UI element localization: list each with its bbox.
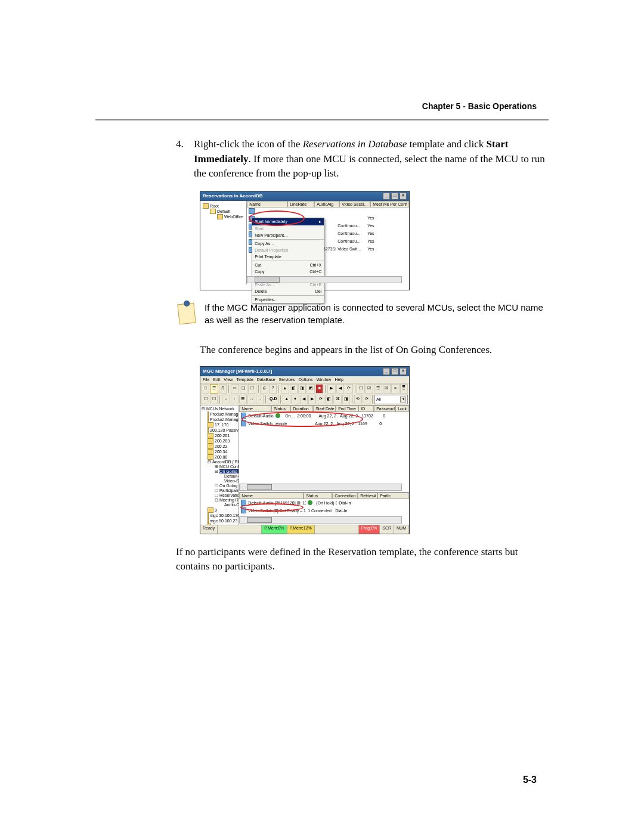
tool-e[interactable]: ▶	[327, 384, 335, 394]
tool-b[interactable]: ◧	[290, 384, 298, 394]
tool2-p[interactable]: ⟲	[354, 395, 362, 404]
tree-root[interactable]: Root	[203, 203, 244, 209]
table-row[interactable]: Default-Audio On… 2:00:00 Aug 22, 2… Aug…	[239, 412, 409, 420]
tree-folder[interactable]: 17..170	[208, 422, 237, 428]
horizontal-scrollbar[interactable]	[239, 516, 402, 524]
col-partic[interactable]: Partic	[377, 493, 409, 499]
tool2-j[interactable]: ◀	[300, 395, 308, 404]
tree-audio-only[interactable]: Audio-Only	[222, 503, 237, 507]
menu-file[interactable]: File	[203, 377, 209, 382]
tree-folder[interactable]: mgc 50.100.8	[208, 524, 237, 525]
tree-folder[interactable]: 200.201	[208, 433, 237, 438]
filter-select[interactable]: All▾	[374, 395, 408, 404]
tool2-q[interactable]: ⟳	[363, 395, 370, 404]
menu-help[interactable]: Help	[335, 377, 343, 382]
col-name[interactable]: Name	[239, 405, 271, 412]
table-row[interactable]: Video-Switch empty Aug 22, 2… Aug 22, 2……	[239, 420, 409, 428]
tree-mcu-config[interactable]: ⊞MCU Configuration	[215, 465, 237, 469]
tool2-d[interactable]: ↑	[231, 395, 239, 404]
tool2-o[interactable]: ◨	[342, 395, 350, 404]
col-duration[interactable]: Duration	[290, 405, 313, 412]
minimize-button[interactable]: _	[383, 368, 390, 375]
tree-folder[interactable]: 200.203	[208, 438, 237, 444]
tree-root[interactable]: ⊟MCUs Network	[202, 407, 237, 411]
table-row[interactable]: Video-Switch [0] Set Ready – 1169 1 Conn…	[239, 507, 409, 515]
tool-h[interactable]: ☐	[357, 384, 364, 394]
menu-print-template[interactable]: Print Template	[252, 253, 324, 260]
tool-stop[interactable]: ■	[315, 384, 323, 394]
tool2-g[interactable]: ∵	[256, 395, 264, 404]
menu-cut[interactable]: CutCtrl+X	[252, 262, 324, 268]
col-startd[interactable]: Start Date	[313, 405, 336, 412]
tree-pqueue[interactable]: ☐Participant Queue(0)	[215, 488, 237, 493]
tree-ongoing[interactable]: ⊟On Going Conferences(2)	[215, 469, 237, 474]
tool2-n[interactable]: ⌘	[333, 395, 341, 404]
tool-save[interactable]: S	[219, 384, 227, 394]
menu-start-immediately[interactable]: Start Immediately▸	[252, 218, 324, 225]
tree-folder[interactable]: 200.80	[208, 454, 237, 460]
horizontal-scrollbar[interactable]	[239, 484, 402, 491]
fig2-tree[interactable]: ⊟MCUs Network Product Management Product…	[200, 405, 239, 525]
tree-folder[interactable]: Product Management	[208, 411, 237, 417]
tool-i[interactable]: ☑	[366, 384, 373, 394]
grid-row-dots[interactable]: ..	[247, 208, 409, 215]
tool-d[interactable]: ◩	[306, 384, 314, 394]
col-retries[interactable]: Retries#	[358, 493, 377, 499]
tree-folder[interactable]: 9	[208, 507, 237, 513]
tool2-a[interactable]: ☐	[202, 395, 209, 404]
tool-l[interactable]: ≡	[391, 384, 399, 394]
menu-new-participant[interactable]: New Participant…	[252, 232, 324, 239]
tool2-b[interactable]: ☐	[210, 395, 218, 404]
menu-copy-as[interactable]: Copy As…	[252, 240, 324, 247]
tool-help[interactable]: ?	[269, 384, 277, 394]
tree-gateway[interactable]: ☐On Going Gateway Sessions(0)	[215, 484, 237, 488]
tool2-e[interactable]: ☰	[239, 395, 247, 404]
fig1-tree[interactable]: Root Default WebOffice	[200, 201, 247, 284]
tool-j[interactable]: ☰	[374, 384, 382, 394]
menu-options[interactable]: Options	[298, 377, 312, 382]
menu-database[interactable]: DataBase	[257, 377, 275, 382]
col-connection[interactable]: Connection	[332, 493, 358, 499]
scroll-thumb[interactable]	[247, 484, 272, 490]
tool-a[interactable]: ▲	[281, 384, 289, 394]
scroll-thumb[interactable]	[255, 277, 280, 283]
tree-folder[interactable]: Product Management20	[208, 417, 237, 422]
tool-g[interactable]: ⟳	[345, 384, 352, 394]
menu-window[interactable]: Window	[317, 377, 332, 382]
tool-k[interactable]: ☒	[383, 384, 391, 394]
col-status[interactable]: Status	[304, 493, 332, 499]
maximize-button[interactable]: □	[391, 368, 398, 375]
menu-delete[interactable]: DeleteDel	[252, 288, 324, 295]
tree-reservations[interactable]: ☐Reservations(0)	[215, 493, 237, 498]
tool-m[interactable]: ≣	[400, 384, 408, 394]
col-videoses[interactable]: Video Sessi…	[339, 201, 370, 208]
tool2-i[interactable]: ▼	[291, 395, 299, 404]
tool-c[interactable]: ◨	[298, 384, 306, 394]
menu-edit[interactable]: Edit	[213, 377, 220, 382]
tree-folder[interactable]: mgc 50.100.23	[208, 518, 237, 524]
col-endtime[interactable]: End Time	[336, 405, 358, 412]
col-audioalg[interactable]: AudioAlg	[314, 201, 339, 208]
table-row[interactable]: Default-Audio [25169120] [0: 13702] (On …	[239, 499, 409, 507]
col-name[interactable]: Name	[247, 201, 287, 208]
tree-default[interactable]: Default	[210, 209, 244, 214]
tool2-k[interactable]: ▶	[308, 395, 316, 404]
col-name[interactable]: Name	[239, 493, 304, 499]
col-linerate[interactable]: LineRate	[287, 201, 314, 208]
menu-copy[interactable]: CopyCtrl+C	[252, 268, 324, 275]
tool-open[interactable]: ☰	[210, 384, 218, 394]
tool2-h[interactable]: ▲	[283, 395, 290, 404]
tool-new[interactable]: □	[202, 384, 209, 394]
tree-conf-video[interactable]: Video-Switch	[222, 479, 237, 484]
menu-properties[interactable]: Properties…	[252, 296, 324, 303]
tool2-m[interactable]: ◧	[325, 395, 333, 404]
tree-weboffice[interactable]: WebOffice	[217, 214, 244, 219]
tool-cut[interactable]: ✂	[231, 384, 239, 394]
tree-conf-audio[interactable]: Default-Audio	[222, 474, 237, 479]
tree-mcu[interactable]: ⊟AccordDB ( RENANA)	[208, 460, 237, 465]
close-button[interactable]: ×	[400, 193, 407, 200]
tool2-c[interactable]: ↓	[222, 395, 230, 404]
tool-print[interactable]: ⎙	[260, 384, 268, 394]
col-id[interactable]: ID	[358, 405, 374, 412]
maximize-button[interactable]: □	[391, 193, 398, 200]
